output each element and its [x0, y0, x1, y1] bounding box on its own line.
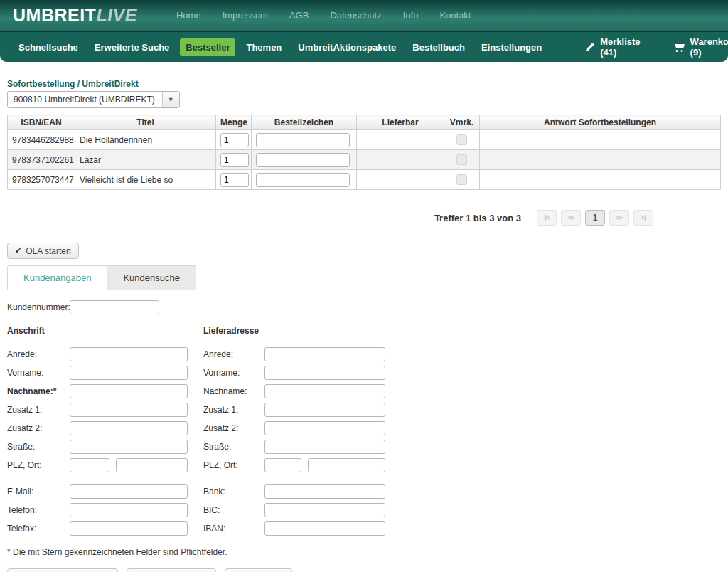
check-icon: ✔: [15, 246, 21, 255]
tab-kundenangaben[interactable]: Kundenangaben: [7, 265, 107, 290]
col-header-menge: Menge: [216, 115, 252, 130]
ola-starten-button[interactable]: ✔ OLA starten: [7, 243, 79, 259]
page-first-icon[interactable]: |<: [537, 210, 557, 226]
liefer-vorname-input[interactable]: [264, 366, 385, 380]
zusatz2-input[interactable]: [70, 421, 188, 435]
strasse-input[interactable]: [70, 440, 188, 454]
page-next-icon[interactable]: >>: [609, 210, 629, 226]
telefax-label: Telefax:: [7, 524, 70, 534]
lieferadresse-heading: Lieferadresse: [203, 326, 390, 336]
liefer-plz-input[interactable]: [264, 458, 301, 472]
order-table: ISBN/EAN Titel Menge Bestellzeichen Lief…: [7, 115, 721, 190]
iban-input[interactable]: [264, 521, 385, 536]
zusatz1-input[interactable]: [70, 403, 188, 417]
bic-label: BIC:: [203, 505, 264, 515]
top-nav-agb[interactable]: AGB: [289, 10, 309, 21]
customer-tabs: Kundenangaben Kundensuche: [7, 265, 721, 290]
menge-input[interactable]: [220, 133, 249, 147]
menge-input[interactable]: [220, 153, 249, 167]
vorname-label: Vorname:: [7, 368, 70, 378]
row-isbn: 9783446282988: [8, 130, 75, 150]
logo-text-bold: UMBREIT: [13, 5, 96, 26]
table-row: 9783446282988 Die Holländerinnen: [8, 130, 721, 150]
liefer-strasse-input[interactable]: [264, 440, 385, 454]
vorname-input[interactable]: [70, 366, 188, 380]
anschrift-column: Anschrift Anrede: Vorname: Nachname:* Zu…: [7, 326, 203, 540]
row-antwort: [480, 130, 721, 150]
strasse-label: Straße:: [7, 442, 70, 452]
ola-starten-label: OLA starten: [26, 246, 70, 256]
telefon-input[interactable]: [70, 503, 188, 517]
main-nav: Schnellsuche Erweiterte Suche Bestseller…: [0, 31, 728, 62]
vmrk-checkbox[interactable]: [456, 134, 467, 145]
kundennummer-input[interactable]: [70, 300, 159, 314]
liefer-nachname-label: Nachname:: [203, 386, 264, 396]
liefer-strasse-label: Straße:: [203, 442, 264, 452]
row-isbn: 9783257073447: [8, 170, 75, 190]
nav-schnellsuche[interactable]: Schnellsuche: [13, 38, 84, 56]
menge-input[interactable]: [220, 173, 249, 187]
bic-input[interactable]: [264, 503, 385, 517]
page-last-icon[interactable]: >|: [633, 210, 653, 226]
nav-merkliste[interactable]: Merkliste (41): [584, 36, 640, 58]
email-label: E-Mail:: [7, 487, 70, 497]
anrede-input[interactable]: [70, 347, 188, 361]
nav-themen[interactable]: Themen: [240, 38, 287, 56]
liefer-zusatz2-label: Zusatz 2:: [203, 423, 264, 433]
eingabe-loeschen-button[interactable]: ✖ Eingabe löschen: [127, 568, 216, 572]
dropdown-arrow-icon[interactable]: ▼: [162, 92, 179, 107]
bestellzeichen-input[interactable]: [256, 133, 350, 147]
liefer-vorname-label: Vorname:: [203, 368, 264, 378]
liefer-zusatz1-label: Zusatz 1:: [203, 405, 264, 415]
tab-kundensuche[interactable]: Kundensuche: [107, 265, 196, 290]
bank-input[interactable]: [264, 484, 385, 499]
sofortbestellung-link[interactable]: Sofortbestellung / UmbreitDirekt: [7, 79, 139, 89]
nachname-label: Nachname:*: [7, 386, 70, 396]
nav-umbreitaktionspakete[interactable]: UmbreitAktionspakete: [292, 38, 402, 56]
top-nav-impressum[interactable]: Impressum: [223, 10, 268, 21]
liefer-zusatz1-input[interactable]: [264, 403, 385, 417]
email-input[interactable]: [70, 484, 188, 499]
nav-bestseller[interactable]: Bestseller: [180, 38, 235, 56]
nav-einstellungen[interactable]: Einstellungen: [476, 38, 547, 56]
nav-warenkorb[interactable]: Warenkorb (9): [673, 36, 728, 58]
top-nav-home[interactable]: Home: [176, 10, 201, 21]
ort-input[interactable]: [116, 458, 188, 472]
lieferadresse-column: Lieferadresse Anrede: Vorname: Nachname:…: [203, 326, 390, 540]
row-lieferbar: [357, 150, 444, 170]
bestellzeichen-input[interactable]: [256, 173, 350, 187]
vmrk-checkbox[interactable]: [456, 154, 467, 165]
row-lieferbar: [357, 130, 444, 150]
umbreitdirekt-dropdown[interactable]: 900810 UmbreitDirekt (UMBDIREKT) ▼: [7, 91, 180, 108]
col-header-titel: Titel: [75, 115, 216, 130]
row-titel: Die Holländerinnen: [75, 130, 216, 150]
col-header-isbn: ISBN/EAN: [8, 115, 75, 130]
table-row: 9783737102261 Lázár: [8, 150, 721, 170]
nav-erweiterte-suche[interactable]: Erweiterte Suche: [89, 38, 176, 56]
nav-bestellbuch[interactable]: Bestellbuch: [407, 38, 471, 56]
umbreit-live-logo[interactable]: UMBREITLIVE: [13, 5, 137, 26]
pencil-icon: [584, 42, 595, 53]
liefer-nachname-input[interactable]: [264, 384, 385, 398]
kundennummer-label: Kundennummer:: [7, 302, 70, 312]
plz-input[interactable]: [70, 458, 109, 472]
liefer-ort-input[interactable]: [308, 458, 385, 472]
col-header-lieferbar: Lieferbar: [357, 115, 444, 130]
liefer-anrede-input[interactable]: [264, 347, 385, 361]
page-number-1[interactable]: 1: [585, 210, 605, 226]
table-row: 9783257073447 Vielleicht ist die Liebe s…: [8, 170, 721, 190]
vmrk-checkbox[interactable]: [456, 174, 467, 185]
bestellung-uebermitteln-button[interactable]: ✔ Bestellung übermitteln: [7, 568, 118, 572]
top-nav-kontakt[interactable]: Kontakt: [439, 10, 471, 21]
telefax-input[interactable]: [70, 521, 188, 536]
row-titel: Lázár: [75, 150, 216, 170]
liefer-zusatz2-input[interactable]: [264, 421, 385, 435]
abbrechen-button[interactable]: ✖ Abbrechen: [225, 568, 292, 572]
row-titel: Vielleicht ist die Liebe so: [75, 170, 216, 190]
top-nav-datenschutz[interactable]: Datenschutz: [330, 10, 381, 21]
bestellzeichen-input[interactable]: [256, 153, 350, 167]
nachname-input[interactable]: [70, 384, 188, 398]
row-lieferbar: [357, 170, 444, 190]
top-nav-info[interactable]: Info: [403, 10, 419, 21]
page-prev-icon[interactable]: <<: [561, 210, 581, 226]
